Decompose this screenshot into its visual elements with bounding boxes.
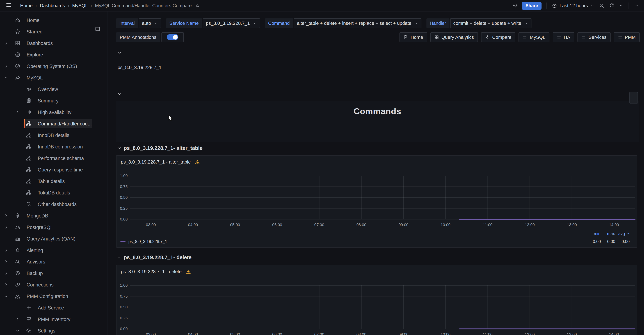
legend-column-min[interactable]: min <box>586 232 600 236</box>
chevron-right-icon[interactable] <box>15 317 20 322</box>
refresh-icon[interactable] <box>608 2 615 9</box>
legend-stat-columns[interactable]: minmaxavg <box>586 232 630 236</box>
bolt-icon <box>485 35 490 40</box>
x-axis-tick-label: 03:00 <box>146 222 156 227</box>
sidebar-item-add-service[interactable]: Add Service <box>0 303 107 312</box>
pmm-annotations-toggle[interactable] <box>162 32 184 42</box>
time-series-chart[interactable]: 0.000.250.500.751.0003:0004:0005:0006:00… <box>116 156 638 248</box>
quicklink-home-button[interactable]: Home <box>400 32 427 42</box>
sidebar-item-overview[interactable]: Overview <box>0 84 107 94</box>
row-section-header[interactable]: ps_8.0_3.19.228.7_1- delete <box>117 254 192 260</box>
quicklink-label: Services <box>589 34 606 40</box>
file-icon <box>404 35 408 40</box>
chevron-down-icon[interactable] <box>15 328 20 333</box>
collapse-topbar-chevron-up-icon[interactable] <box>634 2 640 9</box>
sidebar-item-other-dashboards[interactable]: Other dashboards <box>0 200 107 209</box>
sidebar-item-mongodb[interactable]: MongoDB <box>0 211 107 220</box>
variable-value-dropdown[interactable]: ps_8.0_3.19.228.7_1 <box>202 18 260 28</box>
share-button[interactable]: Share <box>522 2 542 10</box>
row-section-header[interactable]: ps_8.0_3.19.228.7_1- alter_table <box>117 145 202 151</box>
chevron-down-icon[interactable] <box>4 294 9 299</box>
sidebar-item-command-handler-cou[interactable]: Command/Handler cou... <box>0 119 107 128</box>
sidebar-item-alerting[interactable]: Alerting <box>0 246 107 255</box>
sidebar-item-postgresql[interactable]: PostgreSQL <box>0 222 107 232</box>
quicklink-ha-button[interactable]: HA <box>552 32 574 42</box>
sidebar-item-tokudb-details[interactable]: TokuDB details <box>0 188 107 197</box>
quicklink-label: HA <box>564 34 570 40</box>
sidebar-item-innodb-compression[interactable]: InnoDB compression <box>0 142 107 151</box>
chevron-down-icon <box>253 21 257 25</box>
zoom-out-icon[interactable] <box>598 2 605 9</box>
sidebar-item-advisors[interactable]: Advisors <box>0 257 107 266</box>
legend-column-max[interactable]: max <box>600 232 615 236</box>
y-axis-tick-label: 0.50 <box>120 305 128 309</box>
variable-value-dropdown[interactable]: alter_table + delete + insert + replace … <box>294 18 422 28</box>
sidebar-item-label: Explore <box>26 52 43 57</box>
panel-menu-kebab-icon[interactable] <box>629 92 638 104</box>
sidebar-item-query-analytics-qan[interactable]: Query Analytics (QAN) <box>0 234 107 243</box>
legend-series-item[interactable]: ps_8.0_3.19.228.7_1 <box>120 240 167 244</box>
advisor-icon <box>15 259 20 264</box>
sidebar-item-home[interactable]: Home <box>0 16 107 25</box>
sidebar-item-label: Table details <box>38 178 65 184</box>
row-collapse-chevron-icon[interactable] <box>117 50 122 55</box>
x-axis-tick-label: 08:00 <box>356 332 366 335</box>
time-range-picker[interactable]: Last 12 hours <box>551 3 595 8</box>
breadcrumb-item[interactable]: Home <box>20 3 32 8</box>
quicklink-services-button[interactable]: Services <box>578 32 610 42</box>
variable-command: Commandalter_table + delete + insert + r… <box>265 18 422 28</box>
sidebar-item-starred[interactable]: Starred <box>0 27 107 36</box>
row-collapse-chevron-icon[interactable] <box>117 92 122 96</box>
chevron-right-icon[interactable] <box>4 259 9 264</box>
time-series-chart[interactable]: 0.000.250.500.751.0003:0004:0005:0006:00… <box>116 265 638 335</box>
dashboard-settings-gear-icon[interactable] <box>512 2 519 9</box>
chart-bar-icon <box>15 236 20 242</box>
sidebar-item-explore[interactable]: Explore <box>0 50 107 59</box>
chevron-right-icon[interactable] <box>4 40 9 46</box>
breadcrumb-item[interactable]: MySQL <box>72 3 88 8</box>
eye-icon <box>26 86 32 92</box>
quicklink-mysql-button[interactable]: MySQL <box>519 32 550 42</box>
topbar-actions: Share Last 12 hours <box>512 2 640 10</box>
breadcrumb-item[interactable]: Dashboards <box>40 3 65 8</box>
chevron-down-icon[interactable] <box>4 75 9 80</box>
chevron-right-icon[interactable] <box>4 64 9 69</box>
sidebar-item-high-availability[interactable]: High availability <box>0 108 107 117</box>
variable-filters: IntervalautoService Nameps_8.0_3.19.228.… <box>116 18 531 28</box>
chevron-right-icon[interactable] <box>4 282 9 287</box>
y-axis-tick-label: 0.75 <box>120 184 128 189</box>
sidebar-item-mysql[interactable]: MySQL <box>0 73 107 82</box>
chevron-right-icon[interactable] <box>4 225 9 230</box>
chevron-right-icon[interactable] <box>4 271 9 276</box>
refresh-interval-chevron-icon[interactable] <box>618 3 624 8</box>
sidebar-item-label: PMM Configuration <box>26 294 68 299</box>
chevron-right-icon[interactable] <box>4 248 9 253</box>
sidebar-item-pmm-inventory[interactable]: PMM Inventory <box>0 314 107 324</box>
y-axis-tick-label: 0.25 <box>120 206 128 211</box>
chevron-right-icon[interactable] <box>4 213 9 218</box>
quicklink-query-analytics-button[interactable]: Query Analytics <box>430 32 478 42</box>
variable-value-dropdown[interactable]: commit + delete + update + write <box>450 18 531 28</box>
variable-value-dropdown[interactable]: auto <box>138 18 161 28</box>
sidebar-item-connections[interactable]: Connections <box>0 280 107 289</box>
sidebar-item-innodb-details[interactable]: InnoDB details <box>0 130 107 140</box>
favorite-star-icon[interactable] <box>195 3 200 8</box>
x-axis-tick-label: 10:00 <box>441 222 450 227</box>
link-icon <box>15 282 20 288</box>
sidebar-item-backup[interactable]: Backup <box>0 268 107 278</box>
sidebar-item-pmm-configuration[interactable]: PMM Configuration <box>0 292 107 301</box>
sidebar-item-summary[interactable]: Summary <box>0 96 107 105</box>
quicklink-compare-button[interactable]: Compare <box>481 32 516 42</box>
legend-column-avg[interactable]: avg <box>615 232 625 236</box>
sidebar-item-dashboards[interactable]: Dashboards <box>0 38 107 48</box>
history-icon <box>15 270 20 276</box>
quicklink-pmm-button[interactable]: PMM <box>614 32 640 42</box>
chart-panel-delete: ps_8.0_3.19.228.7_1 - delete0.000.250.50… <box>116 265 637 335</box>
menu-toggle-icon[interactable] <box>6 2 12 9</box>
chevron-right-icon[interactable] <box>15 110 20 115</box>
sidebar-item-query-response-time[interactable]: Query response time <box>0 165 107 174</box>
sidebar-item-operating-system-os[interactable]: Operating System (OS) <box>0 62 107 71</box>
sidebar-item-table-details[interactable]: Table details <box>0 176 107 186</box>
sidebar-item-performance-schema[interactable]: Performance schema <box>0 154 107 163</box>
sidebar-item-settings[interactable]: Settings <box>0 326 107 335</box>
